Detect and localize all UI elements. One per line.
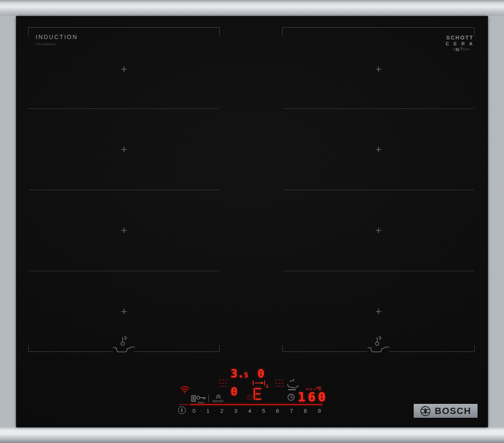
slider-number-3[interactable]: 3 xyxy=(234,408,237,414)
zone-separator-line xyxy=(29,271,219,271)
temperature-display: 160 xyxy=(298,391,328,404)
panel-divider xyxy=(208,395,209,402)
pause-icon xyxy=(191,395,196,402)
power-slider[interactable]: 0 · 1 · 2 · 3 · 4 · 5 · 6 · 7 · 8 · 9 xyxy=(192,407,321,414)
slider-dot: · xyxy=(312,408,313,413)
boost-key[interactable]: BOOST xyxy=(211,394,226,403)
zone-corner-stub xyxy=(474,27,475,35)
timer-divider-line xyxy=(288,389,296,390)
power-value: 3. xyxy=(231,367,244,380)
slider-dot: · xyxy=(228,408,230,413)
zone-separator-line xyxy=(283,190,474,190)
key-lock-label: 4sec xyxy=(196,401,206,404)
zone-corner-stub xyxy=(282,27,283,35)
zone-marker: + xyxy=(374,226,383,235)
pan-thermometer-icon xyxy=(287,378,299,390)
fry-sensor-zone-icon xyxy=(368,335,389,353)
zone-segment-indicator-right xyxy=(274,379,284,388)
flex-zone-column-right: + + + + xyxy=(282,27,475,352)
zone-separator-line xyxy=(29,190,219,190)
zone-separator-line xyxy=(283,108,474,109)
slider-dot: · xyxy=(270,408,271,413)
bosch-emblem-icon xyxy=(420,406,431,417)
zone-marker: + xyxy=(119,226,129,235)
zone-bottom-line xyxy=(282,351,368,352)
zone-corner-stub xyxy=(474,345,475,352)
slider-number-9[interactable]: 9 xyxy=(318,408,321,414)
double-chevron-up-icon xyxy=(215,394,221,399)
zone-bottom-line xyxy=(388,351,475,352)
slider-number-7[interactable]: 7 xyxy=(290,408,293,414)
zone-marker: + xyxy=(374,65,383,74)
slider-dot: · xyxy=(284,408,285,413)
zone-marker: + xyxy=(119,65,129,74)
ceramic-glass-surface: INDUCTION PXX645HC1 SCHOTT C E R A N® 90… xyxy=(16,16,488,427)
slider-track[interactable] xyxy=(190,404,323,405)
slider-number-8[interactable]: 8 xyxy=(304,408,307,414)
power-button[interactable] xyxy=(178,406,186,414)
transfer-arrow-icon xyxy=(252,380,269,388)
zone-marker: + xyxy=(374,145,383,154)
zone-marker: + xyxy=(119,307,129,316)
slider-dot: · xyxy=(214,408,216,413)
home-connect-key[interactable] xyxy=(180,385,190,394)
zone-top-line xyxy=(28,27,220,28)
bosch-badge: BOSCH xyxy=(414,404,478,418)
pause-key[interactable] xyxy=(191,395,196,402)
zone-corner-stub xyxy=(282,345,283,352)
key-icon xyxy=(196,395,206,400)
boost-label: BOOST xyxy=(211,400,226,403)
power-icon xyxy=(181,409,182,412)
zone-marker: + xyxy=(374,307,383,316)
fry-sensor-key[interactable] xyxy=(287,378,299,390)
zone-top-line xyxy=(282,27,475,28)
zone-corner-stub xyxy=(28,27,29,35)
wifi-icon xyxy=(180,385,190,394)
zone-corner-stub xyxy=(219,27,220,35)
slider-dot: · xyxy=(200,408,202,413)
power-display-front-left: 0 xyxy=(231,386,237,397)
zone-separator-line xyxy=(283,271,474,271)
zone-bottom-line xyxy=(134,351,220,352)
fry-sensor-zone-icon xyxy=(113,335,135,353)
slider-number-6[interactable]: 6 xyxy=(276,408,279,414)
zone-corner-stub xyxy=(28,345,29,352)
power-display-rear-left: 3.5 xyxy=(231,368,248,379)
zone-segment-indicator-left xyxy=(218,379,228,388)
slider-dot: · xyxy=(298,408,299,413)
slider-number-2[interactable]: 2 xyxy=(220,408,223,414)
zone-separator-line xyxy=(29,108,219,109)
slider-track-start xyxy=(179,404,189,405)
slider-dot: · xyxy=(242,408,244,413)
zone-corner-stub xyxy=(219,345,220,352)
key-lock-key[interactable]: 4sec xyxy=(196,395,206,404)
flex-zone-column-left: + + + + xyxy=(28,27,220,352)
favorite-key[interactable]: ☆ xyxy=(245,393,254,402)
slider-dot: · xyxy=(256,408,257,413)
power-value-decimal: 5 xyxy=(244,372,248,379)
cooktop-frame: INDUCTION PXX645HC1 SCHOTT C E R A N® 90… xyxy=(0,0,504,443)
moving-pot-segment-glyph xyxy=(253,388,262,400)
timer-key[interactable] xyxy=(287,393,295,401)
slider-number-4[interactable]: 4 xyxy=(248,408,252,414)
clock-icon xyxy=(287,393,295,401)
bosch-wordmark: BOSCH xyxy=(435,406,471,417)
zone-marker: + xyxy=(119,145,129,154)
slider-number-5[interactable]: 5 xyxy=(262,408,265,414)
slider-number-0[interactable]: 0 xyxy=(192,408,196,414)
slider-number-1[interactable]: 1 xyxy=(206,408,210,414)
power-display-rear-right: 0 xyxy=(257,368,264,379)
zone-bottom-line xyxy=(28,351,113,352)
